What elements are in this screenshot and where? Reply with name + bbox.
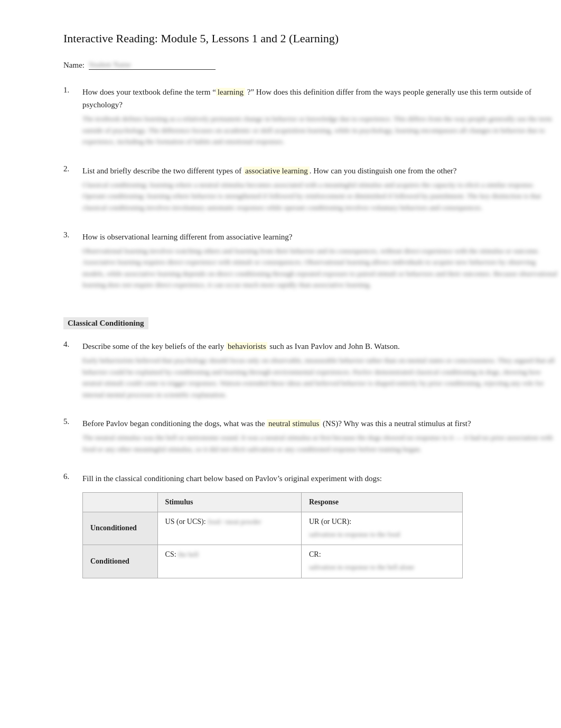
q2-answer: Classical conditioning: learning where a… [82,179,558,214]
q1-number: 1. [63,86,78,155]
q3-text-after: different from associative learning? [177,233,292,241]
unconditioned-response-cell: UR (or UCR): salivation in response to t… [301,512,462,545]
q6-text: Fill in the classical conditioning chart… [82,474,382,483]
us-prefix: US (or UCS): [165,518,206,526]
q4-number: 4. [63,340,78,408]
conditioned-stimulus-cell: CS: the bell [157,545,301,578]
q5-number: 5. [63,417,78,462]
q3-answer: Observational learning involves watching… [82,245,558,291]
q4-text-after: such as Ivan Pavlov and John B. Watson. [267,342,399,351]
ur-prefix: UR (or UCR): [309,518,351,526]
questions-list: 1. How does your textbook define the ter… [63,86,519,578]
col-header-stimulus: Stimulus [157,492,301,512]
q4-text-before: Describe some of the key beliefs of the … [82,342,224,351]
q5-text-before: Before Pavlov began conditioning the dog… [82,419,265,428]
cc-table: Stimulus Response Unconditioned US (or U… [82,492,463,578]
section-classical-conditioning: Classical Conditioning [63,317,148,329]
q6-number: 6. [63,472,78,578]
q4-answer: Early behaviorists believed that psychol… [82,355,558,400]
question-3: 3. How is observational learning differe… [63,231,519,298]
q2-highlight: associative learning [244,167,310,175]
unconditioned-stimulus-cell: US (or UCS): food / meat powder [157,512,301,545]
cs-value: the bell [178,550,199,559]
q1-highlight: learning [216,88,245,96]
q3-text-before: How is observational learning [82,233,177,241]
question-1: 1. How does your textbook define the ter… [63,86,519,155]
row-label-unconditioned: Unconditioned [83,512,158,545]
q2-number: 2. [63,164,78,221]
name-line: Name: Student Name [63,60,519,70]
q2-text-after: . How can you distinguish one from the o… [310,167,457,175]
q1-answer: The textbook defines learning as a relat… [82,113,558,148]
question-5: 5. Before Pavlov began conditioning the … [63,417,519,462]
q2-text-before: List and briefly describe the two differ… [82,167,241,175]
question-2: 2. List and briefly describe the two dif… [63,164,519,221]
col-header-response: Response [301,492,462,512]
question-4-wrapper: Classical Conditioning 4. Describe some … [63,308,519,408]
table-row-unconditioned: Unconditioned US (or UCS): food / meat p… [83,512,463,545]
q6-body: Fill in the classical conditioning chart… [82,472,519,578]
page-title: Interactive Reading: Module 5, Lessons 1… [63,32,519,45]
q5-answer: The neutral stimulus was the bell or met… [82,432,558,455]
row-label-conditioned: Conditioned [83,545,158,578]
q4-text: Describe some of the key beliefs of the … [82,340,558,353]
cr-value: salivation in response to the bell alone [309,562,455,573]
name-field[interactable]: Student Name [89,60,216,70]
q5-highlight: neutral stimulus [267,419,321,428]
question-6: 6. Fill in the classical conditioning ch… [63,472,519,578]
q5-text-after: (NS)? Why was this a neutral stimulus at… [321,419,471,428]
table-row-conditioned: Conditioned CS: the bell CR: salivation … [83,545,463,578]
q3-body: How is observational learning different … [82,231,558,298]
ur-value: salivation in response to the food [309,529,455,540]
name-label: Name: [63,61,85,70]
q2-text: List and briefly describe the two differ… [82,164,558,177]
q1-text: How does your textbook define the term “… [82,86,558,111]
q5-text: Before Pavlov began conditioning the dog… [82,417,558,430]
q4-body: Describe some of the key beliefs of the … [82,340,558,408]
cs-prefix: CS: [165,550,176,558]
q3-text: How is observational learning different … [82,231,558,243]
conditioned-response-cell: CR: salivation in response to the bell a… [301,545,462,578]
us-value: food / meat powder [208,518,261,526]
q1-text-before: How does your textbook define the term “ [82,88,216,96]
q5-body: Before Pavlov began conditioning the dog… [82,417,558,462]
q1-body: How does your textbook define the term “… [82,86,558,155]
cr-prefix: CR: [309,550,321,558]
q4-highlight: behaviorists [226,342,268,351]
name-value: Student Name [89,61,131,69]
col-header-empty [83,492,158,512]
q3-number: 3. [63,231,78,298]
q2-body: List and briefly describe the two differ… [82,164,558,221]
q6-text: Fill in the classical conditioning chart… [82,472,519,485]
